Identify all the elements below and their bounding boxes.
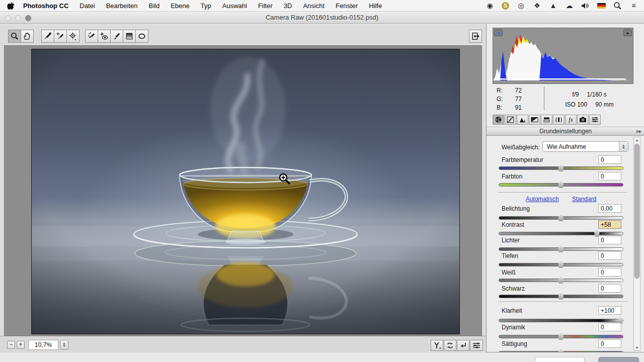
group-divider [498, 301, 627, 302]
tab-detail[interactable] [517, 115, 528, 125]
menu-item-datei[interactable]: Datei [74, 2, 100, 10]
photo-tea-cup[interactable] [31, 49, 460, 334]
slider-value-farbtemperatur[interactable]: 0 [598, 155, 621, 164]
hand-icon [23, 32, 32, 41]
tab-basic[interactable] [493, 115, 504, 125]
menu-item-3d[interactable]: 3D [278, 2, 298, 10]
menu-item-ebene[interactable]: Ebene [165, 2, 195, 10]
slider-thumb-belichtung[interactable] [558, 214, 565, 221]
menu-item-hilfe[interactable]: Hilfe [363, 2, 387, 10]
slider-value-klarheit[interactable]: +100 [598, 306, 621, 315]
zoom-window-button[interactable] [25, 15, 31, 21]
menu-item-bearbeiten[interactable]: Bearbeiten [101, 2, 143, 10]
scrollbar-thumb[interactable] [634, 144, 639, 279]
hand-tool[interactable] [21, 30, 34, 43]
scroll-up-icon[interactable]: ▲ [634, 138, 640, 142]
notification-list-icon[interactable]: ≡ [629, 2, 638, 10]
slider-value-kontrast[interactable]: +58 [598, 220, 621, 229]
tab-hsl-grayscale[interactable] [529, 115, 540, 125]
copy-settings-button[interactable] [457, 340, 469, 351]
slider-thumb-weiss[interactable] [558, 277, 565, 284]
slider-thumb-dynamik[interactable] [558, 333, 565, 340]
before-after-view-button[interactable] [431, 340, 443, 351]
menu-item-bild[interactable]: Bild [143, 2, 166, 10]
white-balance-select[interactable]: Wie Aufnahme ▲▼ [542, 141, 628, 152]
tab-tone-curve[interactable] [505, 115, 516, 125]
dropbox-icon[interactable]: ❖ [533, 2, 541, 10]
targeted-adjustment-tool[interactable] [66, 30, 79, 43]
standard-link[interactable]: Standard [572, 196, 597, 203]
slider-tiefen[interactable] [499, 263, 623, 266]
swap-before-after-button[interactable] [444, 340, 456, 351]
tab-split-toning[interactable] [541, 115, 552, 125]
slider-value-tiefen[interactable]: 0 [598, 251, 621, 260]
cloud-icon[interactable]: ☁ [565, 2, 574, 10]
menu-item-ansicht[interactable]: Ansicht [297, 2, 330, 10]
shadow-clipping-button[interactable]: ▲ [494, 29, 503, 36]
tab-effects[interactable]: fx [565, 115, 577, 125]
slider-value-lichter[interactable]: 0 [598, 236, 621, 244]
record-icon[interactable]: ◉ [486, 2, 494, 10]
scroll-down-icon[interactable]: ▼ [634, 346, 640, 349]
slider-weiss[interactable] [499, 279, 623, 282]
menu-item-filter[interactable]: Filter [253, 2, 278, 10]
panel-scrollbar[interactable]: ▲ ▼ [633, 137, 640, 351]
zoom-out-button[interactable]: − [7, 341, 15, 349]
toggle-fullscreen-button[interactable] [469, 30, 482, 43]
menu-item-photoshop[interactable]: Photoshop CC [18, 2, 74, 10]
spotlight-search-icon[interactable] [613, 2, 622, 10]
tab-camera-calibration[interactable] [577, 115, 589, 125]
spot-removal-tool[interactable] [85, 30, 98, 43]
volume-icon[interactable] [581, 2, 590, 10]
german-flag-icon[interactable] [597, 3, 606, 9]
slider-value-schwarz[interactable]: 0 [598, 284, 621, 293]
slider-value-farbton[interactable]: 0 [598, 172, 621, 180]
slider-thumb-farbtemperatur[interactable] [558, 164, 565, 171]
dialog-button-right-stub[interactable] [598, 357, 639, 362]
slider-thumb-lichter[interactable] [558, 245, 565, 252]
slider-value-belichtung[interactable]: 0,00 [598, 204, 621, 213]
zoom-in-button[interactable]: + [17, 341, 25, 349]
skitch-icon[interactable]: S [502, 2, 509, 10]
slider-thumb-saettigung[interactable] [558, 349, 565, 352]
menu-item-auswahl[interactable]: Auswahl [217, 2, 253, 10]
white-balance-tool[interactable] [41, 30, 54, 43]
slider-value-saettigung[interactable]: 0 [598, 339, 621, 348]
slider-thumb-farbton[interactable] [558, 181, 565, 188]
radial-filter-tool[interactable] [135, 30, 148, 43]
google-drive-icon[interactable]: ▲ [549, 2, 557, 10]
highlight-clipping-button[interactable]: ▲ [623, 29, 632, 36]
zoom-tool[interactable] [8, 30, 21, 43]
slider-klarheit[interactable] [499, 319, 623, 322]
slider-lichter[interactable] [499, 247, 623, 251]
zoom-level-stepper[interactable]: ▲▼ [60, 340, 68, 350]
tab-lens-corrections[interactable] [553, 115, 565, 125]
minimize-window-button[interactable] [15, 15, 21, 21]
slider-farbton[interactable] [499, 183, 623, 187]
slider-farbtemperatur[interactable] [499, 166, 623, 170]
slider-schwarz[interactable] [499, 295, 623, 298]
menu-item-typ[interactable]: Typ [195, 2, 217, 10]
color-sampler-tool[interactable] [54, 30, 67, 43]
slider-thumb-tiefen[interactable] [558, 261, 565, 268]
menu-item-fenster[interactable]: Fenster [330, 2, 363, 10]
graduated-filter-tool[interactable] [123, 30, 136, 43]
slider-dynamik[interactable] [499, 335, 623, 338]
adjustment-brush-tool[interactable] [110, 30, 123, 43]
apple-menu-icon[interactable] [7, 2, 15, 10]
image-canvas[interactable] [4, 45, 482, 336]
automatisch-link[interactable]: Automatisch [526, 196, 559, 203]
slider-value-dynamik[interactable]: 0 [598, 323, 621, 331]
tab-presets[interactable] [589, 115, 601, 125]
slider-belichtung[interactable] [499, 216, 623, 220]
preview-preferences-button[interactable] [470, 340, 483, 351]
zoom-level-select[interactable]: 10,7% [28, 340, 58, 350]
slider-kontrast[interactable] [499, 232, 623, 235]
close-window-button[interactable] [5, 15, 11, 21]
red-eye-tool[interactable] [98, 30, 111, 43]
panel-menu-icon[interactable]: ≡▾ [636, 129, 640, 134]
creative-cloud-icon[interactable]: ◎ [517, 2, 525, 10]
slider-value-weiss[interactable]: 0 [598, 268, 621, 277]
slider-thumb-schwarz[interactable] [558, 293, 565, 300]
dialog-button-left-stub[interactable] [535, 357, 585, 362]
